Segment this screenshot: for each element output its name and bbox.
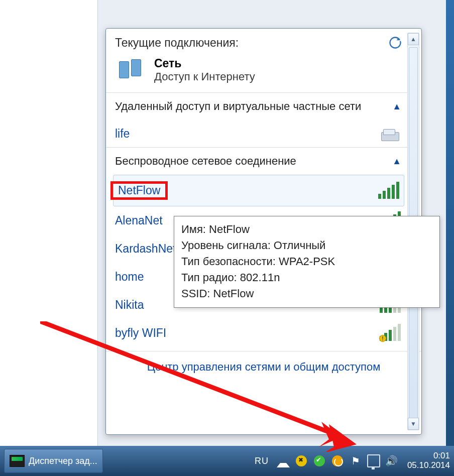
wifi-item-label: NetFlow [118, 184, 160, 197]
background-desktop-strip [446, 0, 454, 446]
wifi-item-label: byfly WIFI [115, 326, 166, 340]
scroll-down-button[interactable]: ▼ [408, 418, 419, 430]
scroll-up-button[interactable]: ▲ [408, 33, 419, 45]
vpn-item-label: life [115, 127, 130, 141]
tooltip-val: Отличный [274, 239, 326, 252]
volume-icon[interactable]: 🔊 [385, 454, 398, 467]
background-left-panel [0, 0, 98, 446]
refresh-icon[interactable] [388, 36, 402, 50]
modem-icon [379, 126, 401, 141]
tray-icon-ok[interactable] [313, 454, 326, 467]
wifi-item-byfly[interactable]: byfly WIFI ! [113, 319, 404, 347]
taskbar-clock[interactable]: 0:01 05.10.2014 [404, 451, 450, 470]
network-center-link-label: Центр управления сетями и общим доступом [147, 361, 381, 373]
tooltip-key: Уровень сигнала: [181, 239, 274, 252]
tray-icon-av[interactable] [295, 454, 308, 467]
taskbar-app-label: Диспетчер зад... [29, 456, 97, 466]
warning-overlay-icon: ! [379, 335, 386, 342]
wifi-item-label: AlenaNet [115, 214, 163, 227]
tooltip-key: Тип безопасности: [181, 255, 279, 268]
section-wifi-header[interactable]: Беспроводное сетевое соединение ▲ [113, 148, 404, 175]
tooltip-key: Имя: [181, 223, 209, 235]
vpn-item-life[interactable]: life [113, 120, 404, 147]
tooltip-key: SSID: [181, 287, 213, 300]
taskbar: Диспетчер зад... RU ⚑ 🔊 0:01 05.10.2014 [0, 446, 454, 476]
action-center-icon[interactable]: ⚑ [349, 454, 362, 467]
wifi-item-label: KardashNet [115, 242, 176, 256]
system-tray: ⚑ 🔊 [274, 454, 401, 467]
network-tray-icon[interactable] [367, 454, 380, 467]
wifi-item-label: home [115, 270, 144, 284]
clock-time: 0:01 [407, 451, 450, 461]
section-vpn-label: Удаленный доступ и виртуальные частные с… [115, 100, 361, 113]
wifi-item-label: Nikita [115, 298, 144, 312]
language-indicator[interactable]: RU [253, 456, 271, 466]
chevron-up-icon: ▲ [392, 101, 401, 112]
signal-strong-icon [378, 183, 400, 199]
tooltip-val: NetFlow [209, 223, 250, 235]
tooltip-val: NetFlow [213, 287, 254, 300]
tooltip-val: WPA2-PSK [279, 255, 335, 268]
tooltip-val: 802.11n [240, 271, 280, 284]
wifi-item-netflow[interactable]: NetFlow [113, 175, 404, 206]
network-icon [117, 58, 146, 82]
tooltip-key: Тип радио: [181, 271, 240, 284]
taskbar-app-button[interactable]: Диспетчер зад... [4, 449, 103, 473]
chevron-up-icon: ▲ [392, 156, 401, 167]
task-manager-icon [10, 455, 25, 467]
wifi-tooltip: Имя: NetFlow Уровень сигнала: Отличный Т… [174, 216, 440, 308]
clock-date: 05.10.2014 [407, 461, 450, 470]
network-name: Сеть [154, 57, 255, 70]
network-status: Доступ к Интернету [154, 70, 255, 83]
tray-expand-icon[interactable] [277, 454, 290, 467]
current-network-row: Сеть Доступ к Интернету [113, 55, 404, 92]
tray-icon-update[interactable] [331, 454, 344, 467]
network-center-link[interactable]: Центр управления сетями и общим доступом [106, 351, 421, 384]
section-vpn-header[interactable]: Удаленный доступ и виртуальные частные с… [113, 93, 404, 120]
flyout-title: Текущие подключения: [115, 36, 239, 50]
signal-medium-warn-icon: ! [379, 325, 401, 341]
section-wifi-label: Беспроводное сетевое соединение [115, 155, 296, 168]
highlight-annotation: NetFlow [110, 181, 168, 200]
